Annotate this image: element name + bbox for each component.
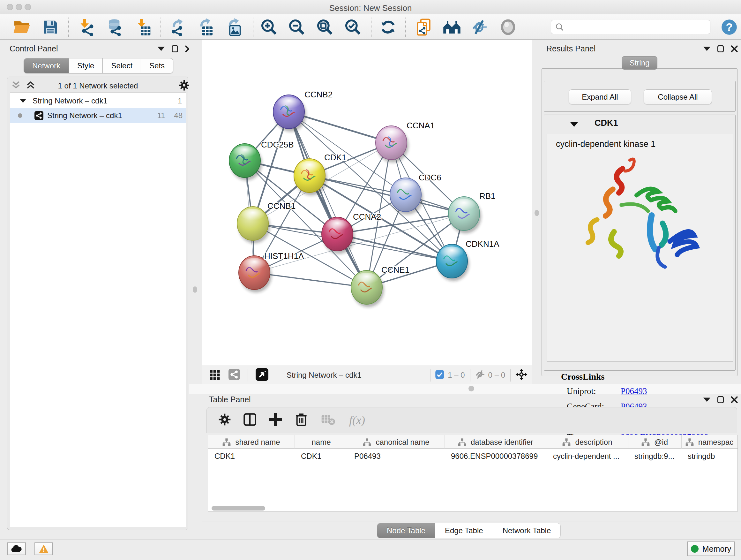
protein-entry-box: CDK1 cyclin-dependent kinase 1 bbox=[544, 115, 736, 371]
column-header-namespac[interactable]: namespac bbox=[681, 435, 738, 449]
import-network-icon[interactable] bbox=[77, 18, 95, 37]
collapse-row-icon[interactable] bbox=[20, 99, 26, 103]
tab-string[interactable]: String bbox=[622, 56, 657, 70]
svg-text:?: ? bbox=[726, 21, 732, 33]
float-panel-icon[interactable] bbox=[703, 47, 711, 51]
tab-network-table[interactable]: Network Table bbox=[493, 523, 561, 538]
column-header-@id[interactable]: @id bbox=[628, 435, 681, 449]
zoom-fit-icon[interactable] bbox=[316, 18, 334, 37]
network-node-RB1[interactable] bbox=[448, 197, 481, 233]
hide-details-icon[interactable] bbox=[471, 18, 489, 37]
network-edge[interactable] bbox=[289, 112, 367, 287]
network-node-CCNE1[interactable] bbox=[351, 270, 384, 307]
table-toolbar: f(x) bbox=[206, 407, 737, 433]
network-share-view-icon[interactable] bbox=[228, 369, 240, 381]
network-node-HIST1H1A[interactable] bbox=[239, 256, 272, 293]
splitter-handle[interactable] bbox=[535, 210, 539, 216]
table-cell: P06493 bbox=[354, 452, 443, 461]
splitter-handle[interactable] bbox=[468, 386, 474, 391]
network-node-CCNB2[interactable] bbox=[273, 95, 306, 132]
detach-view-icon[interactable] bbox=[256, 368, 268, 382]
memory-button[interactable]: Memory bbox=[687, 542, 735, 556]
table-settings-gear-icon[interactable] bbox=[218, 413, 231, 427]
collapse-entry-icon[interactable] bbox=[570, 122, 578, 127]
warning-button[interactable] bbox=[35, 543, 53, 555]
collapse-all-button[interactable]: Collapse All bbox=[644, 89, 712, 105]
left-splitter[interactable] bbox=[189, 40, 202, 384]
delete-table-icon[interactable] bbox=[321, 414, 335, 427]
network-options-gear-icon[interactable] bbox=[179, 79, 190, 92]
maximize-panel-icon[interactable] bbox=[718, 45, 724, 52]
float-panel-icon[interactable] bbox=[158, 47, 165, 51]
search-input[interactable] bbox=[551, 20, 711, 34]
float-panel-icon[interactable] bbox=[703, 397, 711, 402]
results-panel-title: Results Panel bbox=[546, 44, 596, 53]
hidden-eye-slash-icon[interactable] bbox=[475, 369, 486, 381]
save-icon[interactable] bbox=[41, 18, 60, 37]
home-networks-icon[interactable] bbox=[443, 18, 461, 37]
network-node-CCNA2[interactable] bbox=[322, 217, 354, 254]
zoom-selected-icon[interactable] bbox=[344, 18, 362, 37]
control-panel: Control Panel NetworkStyleSelectSets 1 o… bbox=[0, 40, 189, 540]
zoom-in-icon[interactable] bbox=[260, 18, 278, 37]
network-node-CDKN1A[interactable] bbox=[436, 244, 469, 281]
column-header-shared-name[interactable]: shared name bbox=[208, 435, 294, 449]
node-label-CDC6: CDC6 bbox=[419, 173, 441, 182]
create-column-plus-icon[interactable] bbox=[269, 413, 282, 428]
tab-network[interactable]: Network bbox=[23, 58, 69, 73]
help-icon[interactable]: ? bbox=[720, 18, 738, 37]
show-details-icon[interactable] bbox=[499, 18, 517, 37]
close-panel-icon[interactable] bbox=[731, 396, 738, 403]
zoom-out-icon[interactable] bbox=[287, 18, 306, 37]
node-table[interactable]: shared namenamecanonical namedatabase id… bbox=[208, 435, 738, 511]
column-header-description[interactable]: description bbox=[547, 435, 628, 449]
network-node-CDK1[interactable] bbox=[294, 159, 327, 195]
export-table-icon[interactable] bbox=[197, 18, 215, 37]
selected-checkbox-icon[interactable] bbox=[435, 370, 445, 381]
network-node-CDC25B[interactable] bbox=[229, 144, 262, 180]
grid-view-icon[interactable] bbox=[209, 369, 220, 381]
horizontal-scrollbar[interactable] bbox=[212, 506, 265, 510]
maximize-panel-icon[interactable] bbox=[718, 396, 724, 403]
open-folder-icon[interactable] bbox=[12, 18, 31, 37]
network-node-CCNA1[interactable] bbox=[376, 126, 408, 163]
right-splitter[interactable] bbox=[532, 40, 541, 384]
tab-node-table[interactable]: Node Table bbox=[377, 523, 435, 538]
column-type-icon bbox=[562, 438, 570, 446]
crosslinks-title: CrossLinks bbox=[561, 372, 604, 382]
network-collection-row[interactable]: String Network – cdk1 1 bbox=[10, 94, 186, 108]
export-image-icon[interactable] bbox=[225, 18, 244, 37]
tab-select[interactable]: Select bbox=[103, 58, 141, 73]
cloud-button[interactable] bbox=[7, 543, 26, 555]
column-header-database-identifier[interactable]: database identifier bbox=[445, 435, 547, 449]
import-database-icon[interactable] bbox=[105, 18, 124, 37]
network-edges bbox=[245, 112, 464, 287]
search-icon bbox=[555, 22, 564, 32]
column-header-canonical-name[interactable]: canonical name bbox=[348, 435, 445, 449]
delete-column-trash-icon[interactable] bbox=[295, 413, 308, 428]
tab-style[interactable]: Style bbox=[69, 58, 103, 73]
protein-structure-image bbox=[577, 152, 702, 273]
first-neighbors-icon[interactable] bbox=[414, 18, 433, 37]
network-canvas[interactable]: CCNB2CCNA1CDC25BCDK1CDC6RB1CCNB1CCNA2CDK… bbox=[202, 40, 532, 366]
birds-eye-view-icon[interactable] bbox=[515, 368, 528, 382]
column-type-icon bbox=[685, 438, 694, 446]
expand-all-button[interactable]: Expand All bbox=[569, 89, 631, 105]
maximize-panel-icon[interactable] bbox=[172, 45, 178, 52]
function-builder-icon[interactable]: f(x) bbox=[349, 414, 365, 427]
status-bar: Memory bbox=[0, 540, 741, 560]
table-row[interactable]: CDK1CDK1P064939606.ENSP00000378699cyclin… bbox=[208, 450, 738, 463]
export-network-icon[interactable] bbox=[168, 18, 187, 37]
table-panel-title: Table Panel bbox=[209, 395, 251, 404]
column-header-name[interactable]: name bbox=[294, 435, 348, 449]
show-columns-icon[interactable] bbox=[243, 413, 257, 428]
memory-status-dot bbox=[691, 545, 698, 553]
tab-edge-table[interactable]: Edge Table bbox=[435, 523, 493, 538]
refresh-icon[interactable] bbox=[379, 18, 397, 37]
tab-sets[interactable]: Sets bbox=[141, 58, 173, 73]
node-label-CDKN1A: CDKN1A bbox=[466, 239, 499, 249]
import-table-icon[interactable] bbox=[134, 18, 152, 37]
close-panel-icon[interactable] bbox=[731, 45, 738, 52]
splitter-handle[interactable] bbox=[193, 287, 197, 293]
network-row[interactable]: String Network – cdk1 11 48 bbox=[10, 108, 186, 123]
